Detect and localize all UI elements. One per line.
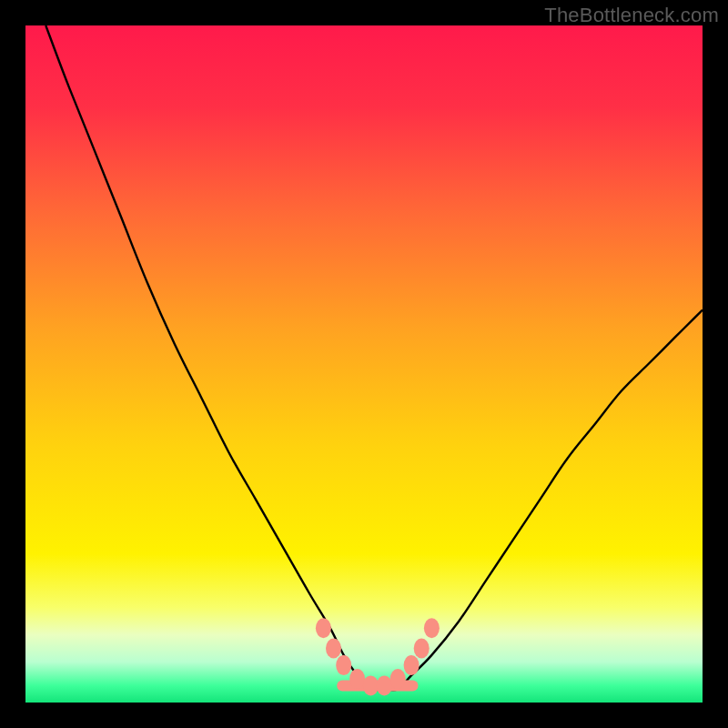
trough-marker: [336, 655, 351, 675]
trough-marker: [414, 639, 430, 659]
trough-marker: [326, 639, 341, 659]
plot-area: [25, 25, 703, 703]
trough-marker: [316, 618, 331, 638]
trough-markers: [316, 618, 440, 695]
trough-marker: [390, 669, 406, 689]
trough-marker: [424, 618, 440, 638]
trough-marker: [377, 675, 392, 695]
chart-frame: TheBottleneck.com: [0, 0, 728, 728]
trough-marker: [404, 655, 420, 675]
trough-marker: [363, 675, 379, 695]
trough-marker: [349, 669, 365, 689]
watermark-text: TheBottleneck.com: [544, 4, 719, 27]
curve-layer: [25, 25, 703, 703]
bottleneck-curve: [46, 25, 703, 690]
